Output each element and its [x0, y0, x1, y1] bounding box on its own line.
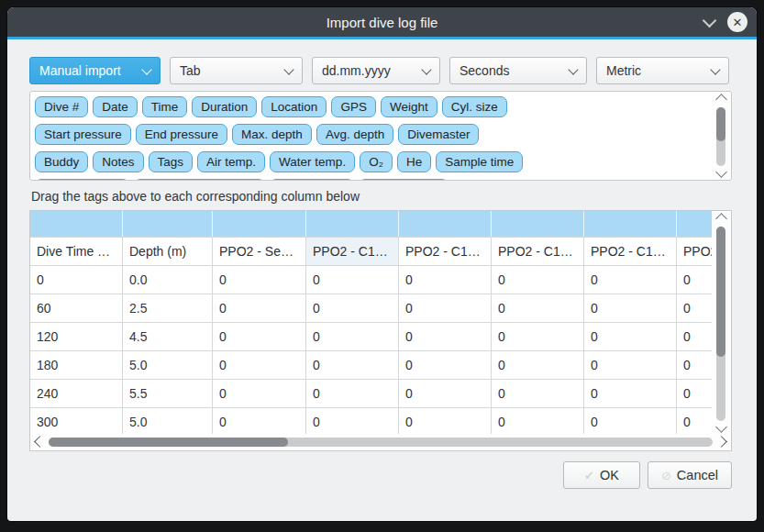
table-horizontal-scrollbar[interactable] [31, 434, 730, 449]
drop-cell[interactable] [30, 211, 123, 237]
tag-end-pressure[interactable]: End pressure [136, 124, 227, 145]
header-cell[interactable]: PPO2 - C1… [584, 238, 677, 265]
drop-cell[interactable] [306, 211, 399, 237]
tag-weight[interactable]: Weight [381, 96, 437, 117]
table-cell: 0 [399, 294, 492, 322]
table-cell: 0 [306, 380, 399, 407]
chevron-down-icon[interactable] [715, 166, 727, 178]
tag-divemaster[interactable]: Divemaster [398, 124, 479, 145]
tags-scrollbar-thumb[interactable] [716, 107, 725, 141]
unit-system-select[interactable]: Metric [596, 57, 729, 84]
tag-time[interactable]: Time [142, 96, 188, 117]
chevron-up-icon[interactable] [715, 94, 727, 105]
table-cell: 0.0 [123, 266, 213, 294]
table-cell: 0 [492, 351, 584, 379]
table-cell: 0 [213, 380, 306, 407]
tag-sample-cns[interactable]: Sample CNS [359, 179, 448, 181]
header-cell[interactable]: PPO2 - C1… [492, 238, 584, 265]
tag-start-pressure[interactable]: Start pressure [35, 124, 131, 145]
chevron-down-icon[interactable] [715, 421, 727, 433]
header-cell[interactable]: PPO2 - C1… [399, 238, 492, 265]
table-cell: 0 [306, 351, 399, 379]
header-row: Dive Time … Depth (m) PPO2 - Se… PPO2 - … [30, 238, 713, 266]
tag-sample-depth[interactable]: Sample depth [35, 179, 129, 181]
table-cell: 0 [492, 408, 584, 434]
chevron-down-icon [141, 64, 151, 74]
table-cell: 5.0 [123, 351, 213, 379]
cancel-circle-icon: ⊘ [661, 469, 671, 482]
tag-o2[interactable]: O₂ [360, 151, 393, 172]
table-cell: 240 [30, 380, 123, 407]
table-cell: 0 [584, 323, 677, 350]
cancel-button[interactable]: ⊘ Cancel [648, 461, 732, 489]
tag-date[interactable]: Date [93, 96, 138, 117]
tag-duration[interactable]: Duration [192, 96, 257, 117]
tag-sample-time[interactable]: Sample time [436, 151, 523, 172]
tag-avg-depth[interactable]: Avg. depth [316, 124, 393, 145]
table-cell: 2.5 [123, 294, 213, 322]
table-cell: 0 [213, 408, 306, 434]
table-cell: 0 [492, 380, 584, 407]
separator-select[interactable]: Tab [170, 57, 303, 84]
header-cell[interactable]: Depth (m) [123, 238, 213, 265]
ok-button[interactable]: ✔ OK [563, 461, 640, 489]
tag-water-temp[interactable]: Water temp. [270, 151, 355, 172]
drop-target-row [30, 211, 713, 238]
tag-sample-po2[interactable]: Sample pO₂ [270, 179, 355, 181]
drop-cell[interactable] [584, 211, 677, 237]
import-type-select[interactable]: Manual import [29, 57, 161, 84]
unit-system-value: Metric [606, 63, 641, 78]
tag-cyl-size[interactable]: Cyl. size [442, 96, 507, 117]
drop-cell[interactable] [399, 211, 492, 237]
checkmark-icon: ✔ [584, 469, 594, 482]
chevron-down-icon[interactable] [703, 13, 717, 28]
titlebar[interactable]: Import dive log file ✕ [7, 7, 757, 39]
drop-cell[interactable] [123, 211, 213, 237]
tag-location[interactable]: Location [261, 96, 327, 117]
chevron-up-icon[interactable] [715, 213, 727, 225]
time-units-select[interactable]: Seconds [449, 57, 587, 84]
chevron-left-icon[interactable] [34, 436, 46, 448]
tag-gps[interactable]: GPS [331, 96, 376, 117]
header-cell[interactable]: PPO2 - Se… [213, 238, 306, 265]
tag-buddy[interactable]: Buddy [35, 151, 88, 172]
tag-sample-temperature[interactable]: Sample temperature [134, 179, 264, 181]
tags-scrollbar[interactable] [712, 93, 730, 179]
cancel-button-label: Cancel [677, 468, 718, 482]
preview-table: Dive Time … Depth (m) PPO2 - Se… PPO2 - … [29, 210, 732, 451]
date-format-select[interactable]: dd.mm.yyyy [312, 57, 440, 84]
header-cell[interactable]: Dive Time … [30, 238, 123, 265]
hscrollbar-track[interactable] [49, 438, 713, 447]
table-vertical-scrollbar[interactable] [712, 212, 730, 434]
table-cell: 0 [492, 294, 584, 322]
table-row: 120 4.5 0 0 0 0 0 0 [30, 323, 713, 351]
table-row: 240 5.5 0 0 0 0 0 0 [30, 380, 713, 408]
tags-scrollbar-track[interactable] [716, 107, 725, 166]
tag-air-temp[interactable]: Air temp. [197, 151, 265, 172]
tag-tags[interactable]: Tags [149, 151, 194, 172]
tag-max-depth[interactable]: Max. depth [232, 124, 312, 145]
header-cell[interactable]: PPO2 - C1… [677, 238, 713, 265]
close-button[interactable]: ✕ [727, 12, 747, 32]
table-cell: 0 [306, 323, 399, 350]
table-row: 60 2.5 0 0 0 0 0 0 [30, 294, 713, 323]
tags-panel: Dive # Date Time Duration Location GPS W… [29, 91, 732, 181]
table-cell: 0 [30, 266, 123, 294]
tag-notes[interactable]: Notes [93, 151, 143, 172]
table-cell: 120 [30, 323, 123, 350]
toolbar: Manual import Tab dd.mm.yyyy Seconds Met… [29, 57, 732, 84]
tag-dive-number[interactable]: Dive # [35, 96, 88, 117]
table-cell: 0 [492, 323, 584, 350]
header-cell[interactable]: PPO2 - C1… [306, 238, 399, 265]
table-cell: 0 [399, 351, 492, 379]
drop-cell[interactable] [492, 211, 584, 237]
table-cell: 0 [677, 408, 713, 434]
table-scrollbar-thumb[interactable] [716, 227, 725, 357]
chevron-right-icon[interactable] [715, 436, 727, 448]
table-cell: 4.5 [123, 323, 213, 350]
drop-cell[interactable] [677, 211, 713, 237]
hscrollbar-thumb[interactable] [49, 438, 288, 447]
table-scrollbar-track[interactable] [716, 227, 725, 421]
drop-cell[interactable] [213, 211, 306, 237]
tag-he[interactable]: He [397, 151, 431, 172]
